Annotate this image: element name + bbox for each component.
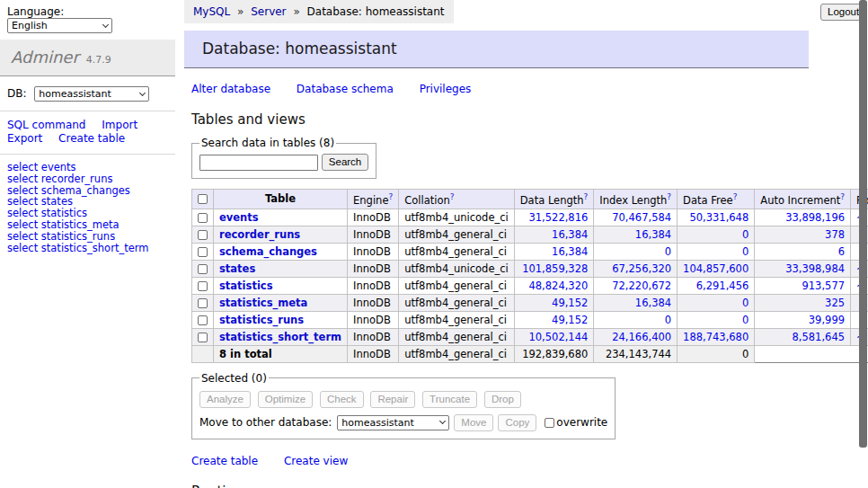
select-all-checkbox[interactable] — [198, 194, 208, 204]
sidebar-item-select-statistics-runs[interactable]: select statistics_runs — [7, 231, 168, 243]
data-free-link[interactable]: 0 — [742, 245, 748, 258]
privileges-link[interactable]: Privileges — [420, 83, 472, 95]
row-checkbox[interactable] — [198, 247, 208, 257]
truncate-button[interactable]: Truncate — [422, 391, 477, 408]
index-length-link[interactable]: 0 — [665, 314, 671, 326]
create-table-link[interactable]: Create table — [191, 455, 258, 467]
index-length-link[interactable]: 0 — [665, 245, 671, 258]
auto-increment-link[interactable]: 8,581,645 — [793, 331, 846, 343]
engine-cell: InnoDB — [348, 311, 399, 328]
copy-button[interactable]: Copy — [498, 414, 536, 431]
move-db-select[interactable]: homeassistant — [337, 415, 449, 430]
drop-button[interactable]: Drop — [484, 391, 521, 408]
data-free-link[interactable]: 0 — [742, 297, 748, 309]
optimize-button[interactable]: Optimize — [258, 391, 313, 408]
breadcrumb-mysql-link[interactable]: MySQL — [193, 5, 230, 18]
help-link[interactable]: ? — [667, 192, 671, 201]
index-length-link[interactable]: 16,384 — [635, 297, 671, 309]
alter-database-link[interactable]: Alter database — [191, 83, 270, 95]
sidebar-table-links: select events select recorder_runs selec… — [0, 155, 175, 261]
engine-cell: InnoDB — [348, 226, 399, 243]
auto-increment-link[interactable]: 6 — [838, 245, 845, 258]
auto-increment-link[interactable]: 33,898,196 — [785, 211, 845, 224]
auto-increment-link[interactable]: 33,398,984 — [785, 262, 845, 275]
data-length-link[interactable]: 48,824,320 — [528, 279, 588, 292]
topbar: MySQL » Server » Database: homeassistant… — [184, 0, 813, 24]
move-button[interactable]: Move — [454, 414, 493, 431]
data-free-link[interactable]: 50,331,648 — [689, 211, 748, 224]
data-length-link[interactable]: 10,502,144 — [528, 331, 588, 343]
repair-button[interactable]: Repair — [370, 391, 415, 408]
row-checkbox[interactable] — [198, 281, 208, 291]
sidebar-link-sql-command[interactable]: SQL command — [7, 119, 85, 131]
breadcrumb-server-link[interactable]: Server — [251, 5, 286, 18]
table-link-statistics-meta[interactable]: statistics_meta — [219, 297, 307, 309]
data-length-link[interactable]: 31,522,816 — [528, 211, 588, 224]
data-free-link[interactable]: 6,291,456 — [696, 279, 749, 292]
sidebar-item-select-events[interactable]: select events — [7, 162, 168, 173]
db-label: DB: — [7, 87, 27, 100]
table-total-row: 8 in total InnoDB utf8mb4_general_ci 192… — [192, 345, 868, 362]
index-length-link[interactable]: 70,467,584 — [612, 211, 671, 224]
help-link[interactable]: ? — [388, 192, 393, 201]
app-name: Adminer — [11, 48, 79, 67]
table-link-events[interactable]: events — [219, 211, 259, 224]
sidebar-link-import[interactable]: Import — [102, 119, 137, 131]
auto-increment-link[interactable]: 378 — [825, 228, 845, 241]
table-link-schema-changes[interactable]: schema_changes — [219, 245, 317, 258]
overwrite-checkbox[interactable] — [545, 418, 554, 428]
search-input[interactable] — [199, 155, 318, 171]
row-checkbox[interactable] — [198, 333, 208, 342]
data-length-link[interactable]: 16,384 — [552, 228, 588, 241]
index-length-link[interactable]: 16,384 — [635, 228, 671, 241]
db-select-row: DB: homeassistant — [0, 76, 175, 111]
table-link-statistics-runs[interactable]: statistics_runs — [219, 314, 304, 326]
index-length-link[interactable]: 72,220,672 — [612, 279, 671, 292]
help-link[interactable]: ? — [584, 192, 589, 201]
sidebar-link-export[interactable]: Export — [7, 132, 42, 145]
data-free-link[interactable]: 0 — [742, 228, 748, 241]
data-free-link[interactable]: 104,857,600 — [683, 262, 748, 275]
row-checkbox[interactable] — [198, 315, 208, 325]
language-select[interactable]: English — [7, 18, 112, 33]
auto-increment-link[interactable]: 39,999 — [809, 314, 845, 326]
index-length-link[interactable]: 67,256,320 — [612, 262, 671, 275]
table-link-statistics[interactable]: statistics — [219, 279, 273, 292]
database-schema-link[interactable]: Database schema — [297, 83, 394, 95]
sidebar-item-select-statistics-meta[interactable]: select statistics_meta — [7, 219, 168, 231]
row-checkbox[interactable] — [198, 213, 208, 223]
create-view-link[interactable]: Create view — [284, 455, 348, 467]
help-link[interactable]: ? — [840, 192, 845, 201]
scrollbar-thumb[interactable] — [859, 0, 867, 448]
table-link-recorder-runs[interactable]: recorder_runs — [219, 228, 300, 241]
collation-cell: utf8mb4_general_ci — [399, 294, 515, 311]
analyze-button[interactable]: Analyze — [199, 391, 251, 408]
adminer-logo: Adminer 4.7.9 — [0, 40, 175, 76]
row-checkbox[interactable] — [198, 264, 208, 274]
sidebar-link-create-table[interactable]: Create table — [58, 132, 125, 145]
data-length-link[interactable]: 49,152 — [552, 297, 588, 309]
data-free-link[interactable]: 0 — [742, 314, 748, 326]
data-length-link[interactable]: 101,859,328 — [522, 262, 588, 275]
auto-increment-link[interactable]: 913,577 — [802, 279, 845, 292]
data-free-link[interactable]: 188,743,680 — [683, 331, 748, 343]
create-links: Create table Create view — [191, 455, 813, 467]
check-button[interactable]: Check — [320, 391, 364, 408]
table-link-statistics-short-term[interactable]: statistics_short_term — [219, 331, 341, 343]
index-length-link[interactable]: 24,166,400 — [612, 331, 671, 343]
collation-cell: utf8mb4_general_ci — [399, 226, 515, 243]
data-length-link[interactable]: 49,152 — [552, 314, 588, 326]
help-link[interactable]: ? — [450, 192, 455, 201]
table-link-states[interactable]: states — [219, 262, 255, 275]
db-select[interactable]: homeassistant — [34, 86, 149, 102]
row-checkbox[interactable] — [198, 230, 208, 240]
sidebar-item-select-recorder-runs[interactable]: select recorder_runs — [7, 173, 168, 185]
data-length-link[interactable]: 16,384 — [552, 245, 588, 258]
sidebar-item-select-statistics-short-term[interactable]: select statistics_short_term — [7, 243, 168, 254]
help-link[interactable]: ? — [733, 192, 738, 201]
total-data-length: 192,839,680 — [514, 345, 594, 362]
col-header-data-free: Data Free? — [678, 190, 755, 209]
search-button[interactable]: Search — [322, 154, 368, 171]
auto-increment-link[interactable]: 325 — [825, 297, 845, 309]
row-checkbox[interactable] — [198, 298, 208, 308]
